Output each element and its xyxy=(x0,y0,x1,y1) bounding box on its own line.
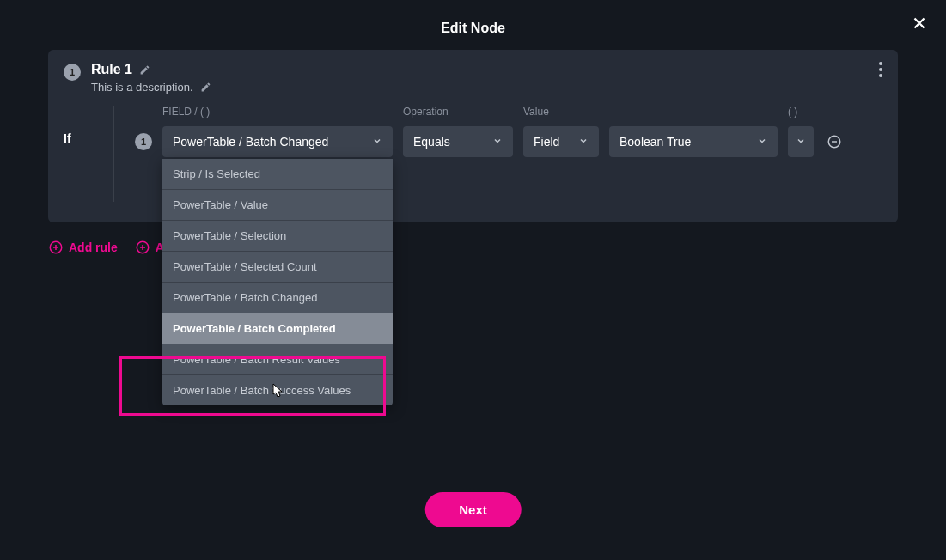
dropdown-item[interactable]: PowerTable / Selected Count xyxy=(162,252,393,283)
dropdown-item[interactable]: PowerTable / Batch Success Values xyxy=(162,375,393,405)
close-icon xyxy=(910,14,929,33)
dropdown-item[interactable]: PowerTable / Batch Result Values xyxy=(162,344,393,375)
field-select[interactable]: PowerTable / Batch Changed xyxy=(162,126,393,157)
dropdown-item[interactable]: Strip / Is Selected xyxy=(162,159,393,190)
rule-card: 1 Rule 1 This is a description. xyxy=(48,50,898,222)
rule-number-badge: 1 xyxy=(64,64,81,81)
add-rule-button[interactable]: Add rule xyxy=(48,240,118,255)
edit-title-button[interactable] xyxy=(139,64,150,76)
svg-point-0 xyxy=(879,62,882,65)
value-select-value: Boolean True xyxy=(619,135,691,149)
chevron-down-icon xyxy=(372,135,382,149)
field-select-value: PowerTable / Batch Changed xyxy=(173,135,328,149)
plus-circle-icon xyxy=(48,240,64,255)
value-type-select-value: Field xyxy=(534,135,559,149)
rule-menu-button[interactable] xyxy=(879,62,882,77)
if-label: If xyxy=(64,106,113,145)
operation-select-value: Equals xyxy=(413,135,450,149)
next-button[interactable]: Next xyxy=(424,492,522,527)
pencil-icon xyxy=(200,82,211,93)
dropdown-item[interactable]: PowerTable / Value xyxy=(162,190,393,221)
rule-description: This is a description. xyxy=(91,81,193,94)
paren-select[interactable] xyxy=(788,126,814,157)
field-label: FIELD / ( ) xyxy=(162,106,393,118)
chevron-down-icon xyxy=(492,135,503,149)
edit-description-button[interactable] xyxy=(200,82,211,93)
modal-title: Edit Node xyxy=(0,21,946,36)
dropdown-item-highlighted[interactable]: PowerTable / Batch Completed xyxy=(162,313,393,344)
remove-condition-button[interactable] xyxy=(824,131,845,152)
remove-icon xyxy=(827,134,842,149)
plus-circle-icon xyxy=(135,240,150,255)
close-button[interactable] xyxy=(910,14,931,34)
add-rule-label: Add rule xyxy=(69,240,118,254)
operation-label: Operation xyxy=(403,106,513,118)
dropdown-item[interactable]: PowerTable / Batch Changed xyxy=(162,283,393,313)
svg-point-1 xyxy=(879,68,882,71)
paren-label: ( ) xyxy=(788,106,812,118)
svg-point-2 xyxy=(879,74,882,77)
kebab-icon xyxy=(879,62,882,77)
condition-number-badge: 1 xyxy=(135,133,152,150)
dropdown-item[interactable]: PowerTable / Selection xyxy=(162,221,393,252)
rule-title: Rule 1 xyxy=(91,62,132,77)
field-dropdown: Strip / Is Selected PowerTable / Value P… xyxy=(162,159,393,405)
chevron-down-icon xyxy=(578,135,589,149)
operation-select[interactable]: Equals xyxy=(403,126,513,157)
pencil-icon xyxy=(139,64,150,76)
value-select[interactable]: Boolean True xyxy=(609,126,778,157)
value-label: Value xyxy=(523,106,599,118)
value-type-select[interactable]: Field xyxy=(523,126,599,157)
chevron-down-icon xyxy=(757,135,767,149)
chevron-down-icon xyxy=(796,135,806,149)
